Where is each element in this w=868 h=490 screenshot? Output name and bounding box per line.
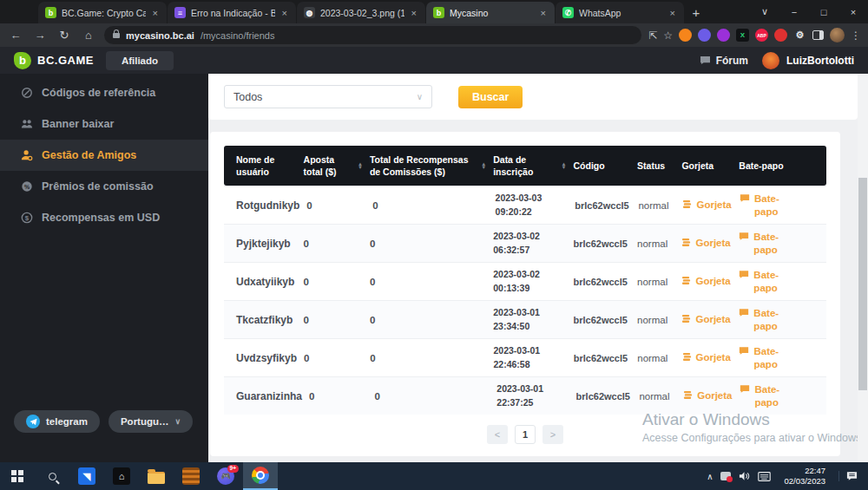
username-label[interactable]: LuizBortolotti	[786, 55, 854, 67]
content-area: Todos ∨ Buscar Nome de usuário Aposta to…	[208, 74, 868, 462]
tip-link[interactable]: Gorjeta	[681, 275, 739, 288]
touch-keyboard-icon[interactable]	[758, 472, 771, 481]
start-button[interactable]	[0, 462, 35, 490]
adblock-extension-icon[interactable]: ABP	[755, 29, 768, 42]
purple-extension-icon[interactable]	[717, 29, 730, 42]
cell-status: normal	[637, 353, 681, 363]
sidebar-item-friends-management[interactable]: Gestão de Amigos	[0, 140, 208, 171]
tray-app-icon[interactable]	[720, 472, 731, 480]
tab-mycasino-active[interactable]: b Mycasino ×	[426, 2, 555, 23]
chat-link[interactable]: Bate-papo	[739, 345, 826, 371]
address-bar[interactable]: mycasino.bc.ai /mycasino/friends	[104, 26, 641, 44]
site-header: b BC.GAME Afiliado Fórum LuizBortolotti	[0, 47, 868, 74]
tab-search-icon[interactable]: ∨	[750, 0, 779, 23]
table-header-row: Nome de usuário Aposta total ($) ▲▼ Tota…	[224, 146, 826, 186]
telegram-button[interactable]: telegram	[14, 410, 100, 433]
browser-profile-avatar[interactable]	[830, 28, 845, 42]
user-avatar[interactable]	[762, 52, 779, 69]
tab-close-icon[interactable]: ×	[280, 8, 289, 18]
blocker-extension-icon[interactable]	[774, 29, 787, 42]
sidebar-item-usd-rewards[interactable]: $ Recompensas em USD	[0, 202, 208, 233]
language-selector[interactable]: Portugu… ∨	[108, 410, 193, 433]
chat-link[interactable]: Bate-papo	[740, 193, 826, 219]
cell-status: normal	[637, 238, 681, 249]
cell-username: Tkcatzfikyb	[224, 314, 304, 326]
taskbar-clock[interactable]: 22:47 02/03/2023	[779, 466, 831, 487]
phantom-extension-icon[interactable]	[698, 29, 711, 42]
tip-link[interactable]: Gorjeta	[682, 351, 740, 364]
lock-icon	[113, 33, 120, 38]
exchange-extension-icon[interactable]: X	[736, 29, 749, 42]
cell-code: brlc62wccl5	[574, 315, 638, 325]
search-button[interactable]: Buscar	[458, 86, 523, 108]
col-tip: Gorjeta	[681, 154, 739, 177]
search-icon	[49, 473, 56, 480]
windows-activation-watermark: Ativar o Windows Acesse Configurações pa…	[642, 410, 865, 444]
sidebar-item-commission-rewards[interactable]: % Prêmios de comissão	[0, 171, 208, 202]
tab-erro-indicacao[interactable]: ≡ Erro na Indicação - BC.Game ×	[168, 2, 296, 23]
chat-link[interactable]: Bate-papo	[740, 383, 826, 409]
metamask-extension-icon[interactable]	[679, 29, 692, 42]
back-button[interactable]: ←	[7, 29, 24, 42]
col-chat: Bate-papo	[739, 154, 826, 177]
forum-link[interactable]: Fórum	[700, 55, 748, 67]
tab-close-icon[interactable]: ×	[410, 8, 418, 18]
sidebar-item-banner-download[interactable]: Banner baixar	[0, 108, 208, 140]
tip-link[interactable]: Gorjeta	[682, 199, 740, 212]
current-page-button[interactable]: 1	[515, 425, 536, 444]
sort-icon[interactable]: ▲▼	[562, 162, 567, 170]
sort-icon[interactable]: ▲▼	[358, 162, 363, 170]
window-controls: ∨ − □ ×	[750, 0, 868, 23]
tab-close-icon[interactable]: ×	[151, 8, 160, 18]
taskbar-file-explorer[interactable]	[139, 462, 174, 490]
tab-bcgame[interactable]: b BC.Game: Crypto Casino Gam ×	[38, 2, 167, 23]
extensions-puzzle-icon[interactable]: ⚙	[793, 29, 806, 42]
tray-chevron-up-icon[interactable]: ∧	[707, 472, 713, 481]
reload-button[interactable]: ↻	[56, 29, 73, 42]
tab-whatsapp[interactable]: ✆ WhatsApp ×	[556, 2, 684, 23]
telegram-label: telegram	[46, 416, 88, 427]
taskbar-app-dark[interactable]: ⌂	[104, 462, 139, 490]
chat-link[interactable]: Bate-papo	[739, 269, 826, 295]
taskbar-search-button[interactable]	[35, 462, 69, 490]
tip-link[interactable]: Gorjeta	[681, 237, 739, 250]
tab-close-icon[interactable]: ×	[668, 8, 677, 18]
page-scrollbar[interactable]	[858, 74, 868, 462]
taskbar-app-blue[interactable]: ◥	[69, 462, 104, 490]
tab-png-image[interactable]: ◍ 2023-03-02_3.png (1024×76 ×	[297, 2, 425, 23]
action-center-button[interactable]	[838, 471, 865, 481]
share-icon[interactable]: ⇱	[648, 29, 657, 42]
chat-link[interactable]: Bate-papo	[739, 231, 826, 257]
side-panel-icon[interactable]	[812, 30, 824, 40]
chrome-icon	[252, 467, 269, 484]
table-row: Udxatyiikyb 0 0 2023-03-0200:13:39 brlc6…	[224, 262, 826, 300]
maximize-button[interactable]: □	[809, 0, 838, 23]
tab-close-icon[interactable]: ×	[539, 8, 548, 18]
sidebar-item-label: Banner baixar	[42, 118, 114, 130]
tip-link[interactable]: Gorjeta	[683, 389, 740, 402]
next-page-button[interactable]: >	[542, 425, 563, 444]
affiliate-nav-button[interactable]: Afiliado	[106, 51, 174, 70]
close-window-button[interactable]: ×	[838, 0, 868, 23]
home-button[interactable]: ⌂	[80, 29, 97, 42]
bcgame-logo[interactable]: b BC.GAME	[14, 52, 94, 69]
table-row: Rotgudnikyb 0 0 2023-03-0309:20:22 brlc6…	[224, 186, 826, 224]
taskbar-chrome[interactable]	[243, 462, 278, 490]
cell-date: 2023-03-0206:32:57	[493, 230, 573, 258]
bookmark-star-icon[interactable]: ☆	[663, 29, 673, 42]
sidebar-item-referral-codes[interactable]: Códigos de referência	[0, 77, 208, 108]
tip-link[interactable]: Gorjeta	[681, 313, 739, 326]
sort-icon[interactable]: ▲▼	[481, 162, 486, 170]
dark-app-icon: ⌂	[113, 467, 130, 485]
browser-menu-icon[interactable]: ⋮	[851, 29, 861, 42]
taskbar-app-orange[interactable]	[174, 462, 208, 490]
filter-select[interactable]: Todos ∨	[224, 85, 432, 108]
forward-button[interactable]: →	[31, 29, 49, 42]
taskbar-games-app[interactable]: 🎮9+	[208, 462, 243, 490]
volume-icon[interactable]	[739, 471, 750, 481]
new-tab-button[interactable]: +	[685, 2, 707, 23]
prev-page-button[interactable]: <	[487, 425, 508, 444]
minimize-button[interactable]: −	[779, 0, 809, 23]
chat-link[interactable]: Bate-papo	[739, 307, 826, 333]
scrollbar-thumb[interactable]	[858, 178, 867, 390]
